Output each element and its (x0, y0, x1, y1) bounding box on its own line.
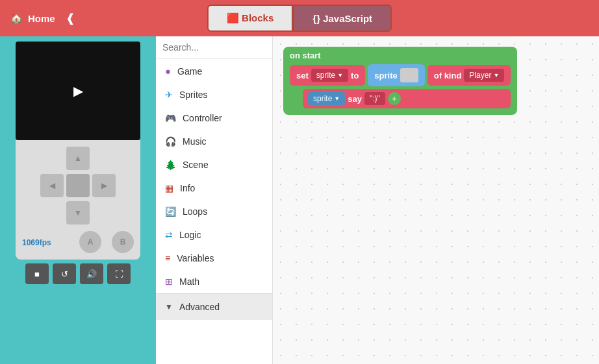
simulator-panel: ▶ ▲ ◀ ▶ ▼ 1069fps A B ■ ↺ (0, 36, 156, 364)
scene-icon: 🌲 (165, 160, 176, 170)
sprite-label: sprite (316, 71, 335, 80)
home-label: Home (28, 13, 55, 24)
dpad-down-button[interactable]: ▼ (66, 201, 90, 224)
sidebar-item-logic[interactable]: ⇄ Logic (156, 223, 272, 247)
canvas-area[interactable]: on start set sprite ▼ to sprite (273, 36, 599, 364)
ab-buttons: A B (79, 231, 134, 253)
sidebar-item-label: Info (180, 183, 195, 193)
dpad-up-row: ▲ (66, 147, 90, 170)
sidebar-item-advanced[interactable]: ▼ Advanced (156, 293, 272, 320)
say-sprite-dropdown[interactable]: sprite ▼ (308, 92, 345, 105)
variables-icon: ≡ (165, 253, 170, 263)
play-icon: ▶ (73, 83, 83, 99)
game-icon: ● (165, 66, 171, 77)
sidebar-item-label: Game (177, 66, 202, 77)
sidebar-item-label: Loops (183, 206, 207, 217)
dpad-right-button[interactable]: ▶ (92, 174, 116, 197)
fullscreen-button[interactable]: ⛶ (107, 263, 131, 284)
sidebar-item-game[interactable]: ● Game (156, 59, 272, 83)
tab-switcher: 🟥 Blocks {} JavaScript (207, 5, 392, 32)
sidebar-item-label: Advanced (179, 302, 220, 312)
math-icon: ⊞ (165, 276, 173, 287)
stop-button[interactable]: ■ (25, 263, 49, 284)
a-button[interactable]: A (79, 231, 101, 253)
say-block-row: sprite ▼ say ":)" + (303, 89, 511, 108)
sidebar-item-music[interactable]: 🎧 Music (156, 130, 272, 153)
on-start-block: on start set sprite ▼ to sprite (283, 47, 517, 115)
sidebar-item-loops[interactable]: 🔄 Loops (156, 200, 272, 223)
sprite-image-block[interactable]: sprite (368, 64, 424, 86)
sidebar-item-label: Logic (179, 230, 201, 240)
sidebar-item-label: Controller (183, 113, 222, 123)
fps-label: 1069fps (22, 238, 51, 247)
controller-icon: 🎮 (165, 113, 176, 123)
search-bar: 🔍 (156, 36, 272, 59)
sidebar-item-scene[interactable]: 🌲 Scene (156, 153, 272, 176)
js-icon: {} (312, 13, 323, 24)
say-text[interactable]: ":)" (364, 92, 385, 105)
loops-icon: 🔄 (165, 206, 176, 217)
info-icon: ▦ (165, 183, 173, 193)
music-icon: 🎧 (165, 136, 176, 147)
chevron-down-icon: ▼ (165, 302, 173, 311)
set-block[interactable]: set sprite ▼ to (290, 65, 365, 86)
share-icon: ❰ (66, 12, 75, 25)
set-label: set (296, 71, 309, 80)
sprites-icon: ✈ (165, 90, 173, 100)
set-block-row: set sprite ▼ to sprite of kind (290, 64, 511, 86)
dpad-mid-row: ◀ ▶ (40, 174, 116, 197)
say-dropdown-arrow: ▼ (334, 95, 340, 102)
gamepad-area: ▲ ◀ ▶ ▼ 1069fps A B (16, 140, 140, 260)
dpad-up-button[interactable]: ▲ (66, 147, 90, 170)
home-icon: 🏠 (10, 12, 23, 24)
of-kind-block[interactable]: of kind Player ▼ (427, 65, 511, 86)
tab-blocks-button[interactable]: 🟥 Blocks (207, 5, 293, 32)
player-dropdown[interactable]: Player ▼ (464, 69, 504, 82)
sidebar-item-math[interactable]: ⊞ Math (156, 270, 272, 293)
logic-icon: ⇄ (165, 230, 173, 240)
of-kind-label: of kind (434, 71, 462, 80)
tab-blocks-label: Blocks (242, 12, 274, 23)
sidebar-item-label: Sprites (179, 90, 208, 100)
say-label: say (348, 94, 362, 104)
sidebar-item-label: Math (179, 276, 199, 287)
dpad-down-row: ▼ (66, 201, 90, 224)
dropdown-arrow: ▼ (337, 72, 343, 79)
sidebar-item-sprites[interactable]: ✈ Sprites (156, 83, 272, 106)
header-left: 🏠 Home ❰ (10, 11, 75, 25)
sprite-image (400, 68, 418, 82)
tab-js-label: JavaScript (323, 13, 372, 24)
share-button[interactable]: ❰ (66, 11, 75, 25)
header: 🏠 Home ❰ 🟥 Blocks {} JavaScript (0, 0, 599, 36)
on-start-label: on start (290, 51, 511, 60)
search-input[interactable] (162, 42, 273, 53)
blocks-icon: 🟥 (227, 12, 242, 23)
sim-controls: ■ ↺ 🔊 ⛶ (25, 263, 131, 284)
sprite2-label: sprite (374, 71, 397, 80)
sidebar-item-label: Scene (183, 160, 209, 170)
b-button[interactable]: B (112, 231, 134, 253)
tab-js-button[interactable]: {} JavaScript (293, 5, 392, 32)
player-label: Player (469, 71, 491, 80)
game-screen: ▶ (16, 42, 140, 140)
home-button[interactable]: 🏠 Home (10, 12, 55, 24)
say-sprite-label: sprite (313, 94, 332, 103)
sprite-dropdown[interactable]: sprite ▼ (311, 69, 348, 82)
sidebar-item-label: Music (183, 136, 207, 147)
dropdown-arrow-2: ▼ (493, 72, 499, 79)
sidebar-item-variables[interactable]: ≡ Variables (156, 247, 272, 270)
restart-button[interactable]: ↺ (53, 263, 76, 284)
add-param-button[interactable]: + (388, 92, 401, 105)
sidebar: 🔍 ● Game ✈ Sprites 🎮 Controller 🎧 Music … (156, 36, 273, 364)
sidebar-item-controller[interactable]: 🎮 Controller (156, 106, 272, 130)
sidebar-item-info[interactable]: ▦ Info (156, 176, 272, 200)
blocks-container: on start set sprite ▼ to sprite (283, 47, 517, 115)
dpad-left-button[interactable]: ◀ (40, 174, 64, 197)
main-layout: ▶ ▲ ◀ ▶ ▼ 1069fps A B ■ ↺ (0, 36, 599, 364)
dpad-center-button[interactable] (66, 174, 90, 197)
to-label: to (351, 71, 359, 80)
sidebar-item-label: Variables (177, 253, 214, 263)
mute-button[interactable]: 🔊 (80, 263, 103, 284)
